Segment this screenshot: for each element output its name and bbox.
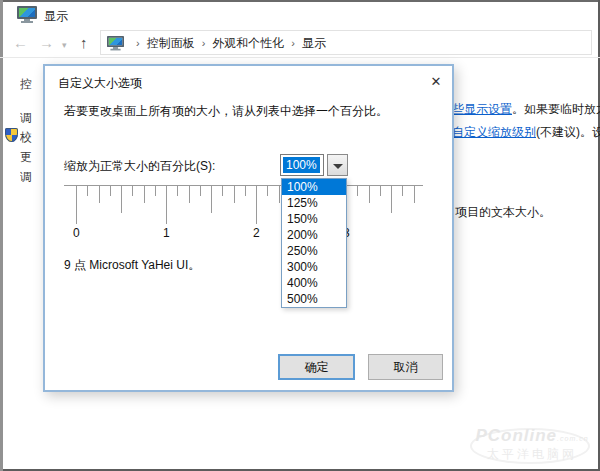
ruler-tick [414,186,415,203]
ruler-number: 0 [73,226,80,240]
bg-text-line: 些显示设置。如果要临时放大 [452,101,600,118]
font-sample-text: 9 点 Microsoft YaHei UI。 [64,257,200,274]
ruler-tick [245,186,246,196]
ruler-tick [369,186,370,203]
scale-option-list: 100% 125% 150% 200% 250% 300% 400% 500% [281,178,347,308]
breadcrumb: ›控制面板›外观和个性化›显示 [129,35,326,52]
ruler-tick [380,186,381,196]
sidebar-item-fragment[interactable]: 更 [20,149,44,166]
breadcrumb-separator: › [129,37,147,49]
bg-text-line: 项目的文本大小。 [455,204,551,221]
custom-sizing-dialog: 自定义大小选项 ✕ 若要更改桌面上所有项的大小，请从列表中选择一个百分比。 缩放… [43,64,454,392]
ruler-tick [166,186,167,224]
ruler-tick [132,186,133,196]
ruler-tick [222,186,223,196]
cancel-button[interactable]: 取消 [368,354,443,380]
sidebar-item-fragment[interactable]: 控 [20,76,44,93]
breadcrumb-separator: › [195,37,213,49]
display-app-icon [17,6,37,23]
option-150[interactable]: 150% [282,211,346,227]
dialog-title: 自定义大小选项 [58,75,142,92]
option-100[interactable]: 100% [282,179,346,195]
ruler-tick [357,186,358,196]
window-title: 显示 [44,8,68,25]
option-500[interactable]: 500% [282,291,346,307]
ruler: 0 1 2 3 [64,185,423,241]
option-125[interactable]: 125% [282,195,346,211]
ruler-tick [76,186,77,224]
watermark-brand: PConline.com.cn [468,426,596,446]
bg-text-line: 自定义缩放级别(不建议)。设置 [452,124,600,141]
ruler-number: 1 [163,226,170,240]
breadcrumb-item-appearance[interactable]: 外观和个性化 [212,36,284,50]
screen-border-top [0,0,600,2]
back-icon[interactable]: ← [13,34,28,51]
uac-shield-icon [5,128,18,142]
ruler-tick [200,186,201,196]
breadcrumb-folder-icon [107,36,124,50]
scale-percentage-label: 缩放为正常大小的百分比(S): [64,158,215,175]
option-200[interactable]: 200% [282,227,346,243]
pconline-watermark: PConline.com.cn 太平洋电脑网 [468,426,596,463]
display-control-panel-window: 显示 ← → ▾ ↑ ›控制面板›外观和个性化›显示 控 调 校 更 调 些显示… [0,0,600,471]
sidebar-item-fragment[interactable]: 调 [20,110,44,127]
chevron-down-icon [333,164,343,169]
ruler-number: 2 [253,226,260,240]
watermark-caption: 太平洋电脑网 [468,446,596,463]
ruler-tick [155,186,156,196]
forward-icon[interactable]: → [39,34,54,51]
sidebar-item-fragment[interactable]: 校 [20,129,44,146]
ruler-tick [121,186,122,213]
screen-border-left [0,0,3,471]
ruler-tick [267,186,268,196]
ruler-tick [189,186,190,203]
breadcrumb-item-display[interactable]: 显示 [302,36,326,50]
option-300[interactable]: 300% [282,259,346,275]
ruler-tick [391,186,392,213]
scale-combobox[interactable]: 100% [280,154,324,176]
ok-button[interactable]: 确定 [278,354,355,380]
history-caret-icon[interactable]: ▾ [62,40,67,50]
scale-combobox-value: 100% [283,157,320,173]
bg-link-display-settings[interactable]: 些显示设置 [452,102,512,116]
up-icon[interactable]: ↑ [80,34,88,51]
address-bar[interactable]: ›控制面板›外观和个性化›显示 [100,30,592,55]
ruler-tick [211,186,212,213]
sidebar-item-fragment[interactable]: 调 [20,169,44,186]
ruler-tick [234,186,235,203]
dialog-instruction: 若要更改桌面上所有项的大小，请从列表中选择一个百分比。 [64,103,388,120]
ruler-tick [110,186,111,196]
ruler-tick [177,186,178,196]
breadcrumb-item-control-panel[interactable]: 控制面板 [147,36,195,50]
option-250[interactable]: 250% [282,243,346,259]
ruler-tick [87,186,88,196]
option-400[interactable]: 400% [282,275,346,291]
bg-text: 。如果要临时放大 [512,102,600,116]
ruler-tick [402,186,403,196]
toolbar-separator [0,57,600,58]
ruler-tick [99,186,100,203]
bg-text: (不建议)。设置 [536,125,600,139]
combobox-dropdown-button[interactable] [327,154,348,176]
close-icon[interactable]: ✕ [426,72,446,92]
breadcrumb-separator: › [284,37,302,49]
ruler-tick [144,186,145,203]
bg-link-custom-scaling[interactable]: 自定义缩放级别 [452,125,536,139]
watermark-oval [470,428,590,464]
ruler-tick [279,186,280,203]
watermark-suffix: .com.cn [557,435,589,442]
ruler-tick [256,186,257,224]
